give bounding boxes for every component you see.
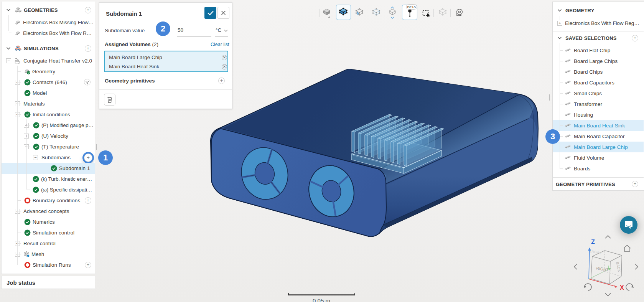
svg-text:BETA: BETA: [407, 5, 416, 9]
svg-text:0.05 m: 0.05 m: [313, 297, 330, 302]
svg-text:X: X: [620, 284, 624, 291]
svg-text:Z: Z: [591, 239, 595, 245]
svg-text:BACK: BACK: [615, 261, 621, 272]
svg-text:FRONT: FRONT: [589, 249, 601, 255]
svg-text:RIGHT: RIGHT: [596, 266, 609, 272]
